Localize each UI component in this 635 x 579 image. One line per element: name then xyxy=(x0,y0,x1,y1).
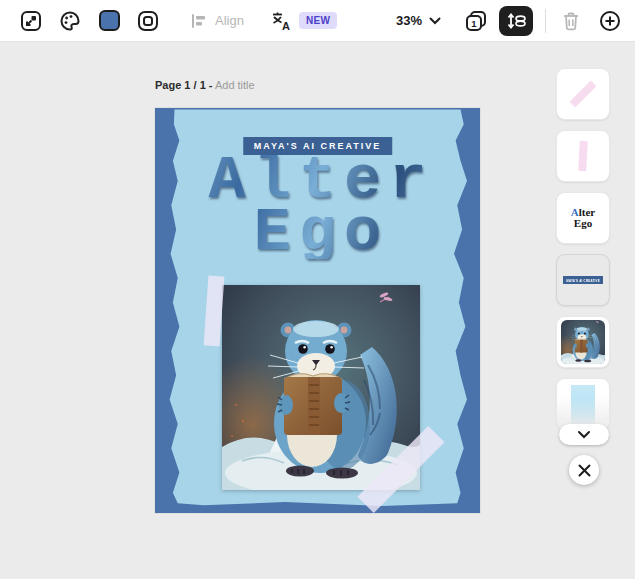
layer-thumb-background[interactable] xyxy=(556,378,610,430)
resize-button[interactable] xyxy=(18,8,44,34)
tape-strip-preview xyxy=(578,141,588,171)
layer-thumb-tape-diagonal[interactable] xyxy=(556,68,610,120)
background-preview xyxy=(571,385,595,423)
palette-icon xyxy=(58,9,82,33)
corner-radius-button[interactable] xyxy=(135,8,161,34)
layer-thumb-title[interactable]: Alter Ego xyxy=(556,192,610,244)
layer-thumb-photo[interactable] xyxy=(556,316,610,368)
toolbar-right-group: 33% 1 xyxy=(396,6,623,36)
chevron-down-icon xyxy=(429,17,441,25)
title-preview: Alter Ego xyxy=(571,207,595,229)
close-icon xyxy=(578,464,591,477)
zoom-value: 33% xyxy=(396,13,422,28)
toolbar-divider xyxy=(545,9,546,33)
tape-strip-preview xyxy=(570,81,597,108)
layer-thumb-tape-vertical[interactable] xyxy=(556,130,610,182)
otter-thumbnail xyxy=(561,320,605,364)
delete-button[interactable] xyxy=(558,8,584,34)
otter-photo[interactable] xyxy=(222,285,420,490)
layers-button[interactable] xyxy=(499,6,533,36)
translate-button[interactable]: A NEW xyxy=(270,10,338,32)
fill-color-swatch xyxy=(99,10,120,31)
trash-icon xyxy=(560,10,582,32)
translate-icon: A xyxy=(270,10,292,32)
fill-color-button[interactable] xyxy=(96,8,122,34)
pages-icon: 1 xyxy=(464,9,488,33)
toolbar: Align A NEW 33% 1 xyxy=(0,0,635,42)
layer-thumb-banner[interactable]: MAYA'S AI CREATIVE xyxy=(556,254,610,306)
otter-illustration xyxy=(222,285,420,490)
plus-circle-icon xyxy=(598,9,622,33)
poster-title-line2: Ego xyxy=(155,207,480,259)
theme-button[interactable] xyxy=(57,8,83,34)
align-button[interactable]: Align xyxy=(189,11,244,31)
align-label: Align xyxy=(215,13,244,28)
pages-button[interactable]: 1 xyxy=(463,8,489,34)
close-panel-button[interactable] xyxy=(569,455,599,485)
scroll-down-button[interactable] xyxy=(559,424,609,445)
align-left-icon xyxy=(189,11,209,31)
add-page-button[interactable] xyxy=(597,8,623,34)
chevron-down-icon xyxy=(577,430,591,439)
layers-panel: Alter Ego MAYA'S AI CREATIVE xyxy=(556,68,610,430)
zoom-control[interactable]: 33% xyxy=(396,13,441,28)
poster-title[interactable]: Alter Ego xyxy=(155,155,480,259)
new-badge: NEW xyxy=(299,12,338,29)
resize-icon xyxy=(19,9,43,33)
poster-artboard[interactable]: MAYA'S AI CREATIVE Alter Ego xyxy=(155,108,480,513)
svg-text:1: 1 xyxy=(471,17,477,28)
page-label[interactable]: Page 1 / 1 - Add title xyxy=(155,79,255,91)
banner-preview: MAYA'S AI CREATIVE xyxy=(563,276,603,284)
reorder-layers-icon xyxy=(504,9,528,33)
svg-text:A: A xyxy=(282,19,290,31)
page-indicator: Page 1 / 1 - xyxy=(155,79,212,91)
corner-radius-icon xyxy=(136,9,160,33)
add-title-placeholder[interactable]: Add title xyxy=(215,79,255,91)
